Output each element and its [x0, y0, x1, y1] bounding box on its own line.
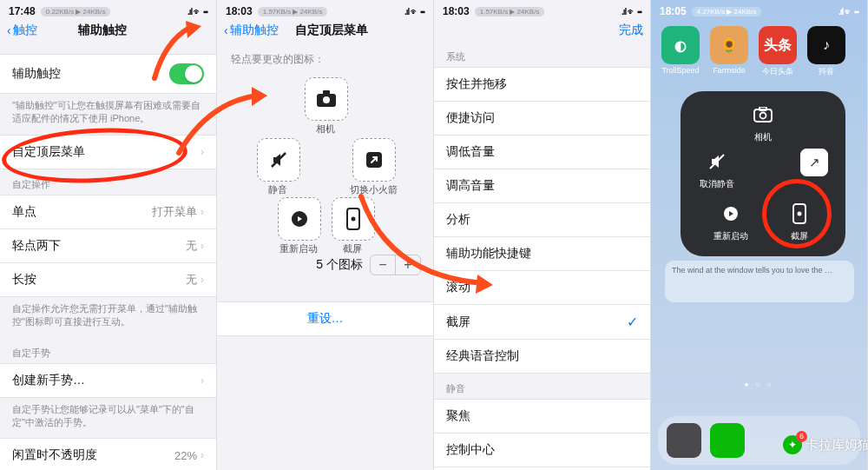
- row-idle-opacity[interactable]: 闲置时不透明度 22%›: [0, 438, 216, 470]
- home-app[interactable]: ◐TrollSpeed: [661, 26, 700, 77]
- list-item[interactable]: 调高音量: [434, 169, 650, 203]
- screenshot-icon: [786, 201, 812, 227]
- chevron-left-icon: ‹: [7, 23, 11, 37]
- panel-item-screenshot[interactable]: 截屏: [786, 201, 812, 242]
- status-bar: 17:480.22KB/s ▶ 24KB/s .ıl ᯤ ▪▪: [0, 0, 216, 19]
- row-screenshot-selected[interactable]: 截屏 ✓: [434, 305, 650, 340]
- svg-rect-9: [760, 107, 766, 110]
- status-time: 18:03: [226, 5, 253, 17]
- panel-item-rocket[interactable]: ↗: [800, 149, 828, 180]
- dock-app-settings[interactable]: [667, 423, 701, 458]
- row-create-gesture[interactable]: 创建新手势… ›: [0, 363, 216, 398]
- icon-slot-mute[interactable]: [257, 138, 300, 182]
- status-net: 4.27KB/s ▶ 24KB/s: [692, 7, 762, 17]
- home-app[interactable]: 🌻Farmside: [710, 26, 748, 77]
- row-single-tap[interactable]: 单点 打开菜单›: [0, 195, 216, 229]
- nav-title: 辅助触控: [78, 23, 127, 38]
- home-app[interactable]: ♪抖音: [807, 26, 845, 77]
- list-item[interactable]: 滚动: [434, 271, 650, 305]
- row-label: 长按: [12, 272, 36, 288]
- status-signal-icons: .ıl ᯤ ▪▪: [621, 7, 641, 17]
- row-label: 辅助功能快捷键: [446, 246, 531, 261]
- chevron-right-icon: ›: [201, 206, 204, 218]
- panel-item-unmute[interactable]: 取消静音: [700, 149, 734, 190]
- status-time: 18:03: [443, 5, 470, 17]
- page-dots[interactable]: ● ○ ○: [651, 381, 867, 388]
- row-label: 轻点两下: [12, 238, 61, 254]
- list-item[interactable]: 聚焦: [434, 399, 650, 434]
- watermark-text: 卡拉库姆猫: [806, 437, 868, 453]
- status-signal-icons: .ıl ᯤ ▪▪: [187, 7, 207, 17]
- restart-icon: [290, 209, 309, 228]
- list-item[interactable]: 辅助功能快捷键: [434, 237, 650, 271]
- row-label: 创建新手势…: [12, 373, 85, 388]
- footnote: "辅助触控"可让您在触摸屏幕有困难或需要自适应配件的情况下使用 iPhone。: [0, 94, 216, 135]
- section-header-gesture: 自定手势: [0, 338, 216, 363]
- footnote: 自定操作允许您无需打开菜单，通过"辅助触控"图标即可直接进行互动。: [0, 297, 216, 338]
- app-label: 抖音: [819, 66, 834, 77]
- row-label: 截屏: [446, 314, 470, 330]
- screenshot-icon: [345, 208, 361, 230]
- stepper-plus[interactable]: +: [396, 255, 420, 275]
- watermark-chip: ✦6 卡拉库姆猫: [783, 435, 868, 454]
- hint-text: 轻点要更改的图标：: [217, 42, 433, 72]
- dock-app-wechat[interactable]: [710, 423, 745, 458]
- screen-customize-top-menu: 18:031.57KB/s ▶ 24KB/s .ıl ᯤ ▪▪ ‹辅助触控 自定…: [217, 0, 434, 470]
- row-label: 辅助触控: [12, 66, 61, 82]
- row-customize-top-menu[interactable]: 自定顶层菜单 ›: [0, 135, 216, 169]
- svg-point-7: [352, 217, 356, 222]
- status-net: 1.57KB/s ▶ 24KB/s: [475, 7, 545, 17]
- home-widget[interactable]: The wind at the window tells you to love…: [665, 261, 854, 302]
- icon-slot-rocket[interactable]: [352, 138, 396, 182]
- list-item[interactable]: 经典语音控制: [434, 340, 650, 374]
- badge-count: 6: [796, 431, 807, 442]
- status-net: 0.22KB/s ▶ 24KB/s: [41, 7, 111, 17]
- chevron-right-icon: ›: [201, 449, 204, 461]
- count-stepper[interactable]: − +: [370, 255, 421, 275]
- section-header-mute: 静音: [434, 374, 650, 399]
- stepper-minus[interactable]: −: [371, 255, 396, 275]
- chevron-left-icon: ‹: [224, 23, 228, 37]
- back-button[interactable]: ‹辅助触控: [224, 23, 279, 38]
- toggle-row-assistivetouch[interactable]: 辅助触控: [0, 54, 216, 94]
- home-app[interactable]: 头条今日头条: [759, 26, 797, 77]
- row-label: 闲置时不透明度: [12, 447, 97, 463]
- row-label: 单点: [12, 204, 36, 220]
- home-app-row: ◐TrollSpeed🌻Farmside头条今日头条♪抖音: [651, 19, 867, 79]
- list-item[interactable]: 控制中心: [434, 434, 650, 467]
- shortcut-icon: ↗: [800, 149, 828, 176]
- icon-slot-camera[interactable]: [305, 77, 348, 121]
- panel-item-camera[interactable]: 相机: [750, 102, 776, 143]
- chevron-right-icon: ›: [201, 240, 204, 252]
- nav-bar: 完成: [434, 19, 650, 42]
- row-double-tap[interactable]: 轻点两下 无›: [0, 229, 216, 263]
- back-button[interactable]: ‹触控: [7, 23, 37, 38]
- nav-title: 自定顶层菜单: [295, 23, 368, 38]
- icon-label: 静音: [252, 183, 304, 196]
- wechat-icon: ✦6: [783, 435, 802, 454]
- row-long-press[interactable]: 长按 无›: [0, 263, 216, 297]
- panel-item-restart[interactable]: 重新启动: [713, 201, 748, 242]
- panel-label: 取消静音: [700, 178, 734, 190]
- toggle-switch-on[interactable]: [169, 63, 204, 84]
- assistivetouch-panel[interactable]: 相机 取消静音 ↗ 重新启动 截屏: [681, 91, 845, 256]
- row-label: 调低音量: [446, 144, 495, 160]
- icon-label: 切换小火箭: [347, 183, 399, 196]
- restart-icon: [718, 201, 744, 227]
- status-time: 18:05: [660, 5, 687, 17]
- nav-bar: ‹辅助触控 自定顶层菜单: [217, 19, 433, 42]
- list-item[interactable]: 分析: [434, 203, 650, 237]
- reset-button[interactable]: 重设…: [217, 301, 433, 336]
- list-item[interactable]: 调低音量: [434, 136, 650, 169]
- list-item[interactable]: 按住并拖移: [434, 67, 650, 102]
- chevron-right-icon: ›: [201, 374, 204, 387]
- svg-point-14: [798, 212, 802, 216]
- svg-point-10: [760, 113, 766, 119]
- list-item[interactable]: 便捷访问: [434, 102, 650, 136]
- status-bar: 18:031.57KB/s ▶ 24KB/s .ıl ᯤ ▪▪: [217, 0, 433, 19]
- row-label: 控制中心: [446, 442, 495, 458]
- section-header-actions: 自定操作: [0, 169, 216, 195]
- icon-slot-screenshot[interactable]: [332, 197, 375, 241]
- icon-slot-restart[interactable]: [278, 197, 321, 241]
- done-button[interactable]: 完成: [619, 23, 643, 38]
